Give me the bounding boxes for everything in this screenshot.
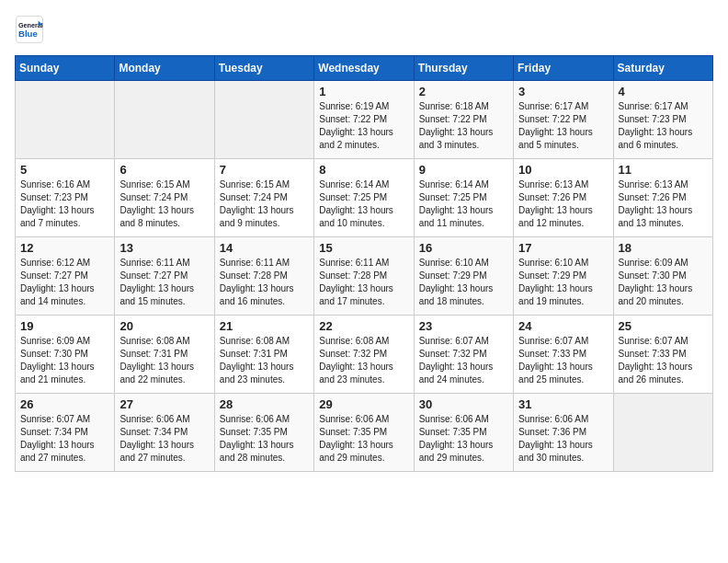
week-row-3: 12Sunrise: 6:12 AM Sunset: 7:27 PM Dayli… — [16, 237, 713, 316]
calendar-cell: 15Sunrise: 6:11 AM Sunset: 7:28 PM Dayli… — [314, 237, 414, 316]
calendar-cell: 3Sunrise: 6:17 AM Sunset: 7:22 PM Daylig… — [514, 81, 613, 159]
day-number: 25 — [619, 319, 708, 333]
day-number: 31 — [518, 397, 608, 411]
calendar-cell: 31Sunrise: 6:06 AM Sunset: 7:36 PM Dayli… — [514, 394, 613, 472]
calendar-cell: 14Sunrise: 6:11 AM Sunset: 7:28 PM Dayli… — [214, 237, 313, 316]
day-info: Sunrise: 6:10 AM Sunset: 7:29 PM Dayligh… — [419, 257, 508, 308]
day-info: Sunrise: 6:15 AM Sunset: 7:24 PM Dayligh… — [119, 178, 209, 230]
calendar-cell — [613, 394, 712, 472]
day-number: 27 — [119, 397, 209, 411]
day-number: 20 — [119, 319, 209, 333]
calendar-cell — [16, 81, 115, 159]
day-number: 4 — [619, 85, 708, 98]
header-saturday: Saturday — [613, 56, 712, 81]
calendar-cell: 25Sunrise: 6:07 AM Sunset: 7:33 PM Dayli… — [613, 316, 712, 394]
day-number: 12 — [20, 241, 109, 255]
day-info: Sunrise: 6:08 AM Sunset: 7:31 PM Dayligh… — [119, 335, 209, 386]
calendar-cell: 4Sunrise: 6:17 AM Sunset: 7:23 PM Daylig… — [613, 81, 712, 159]
calendar-cell: 12Sunrise: 6:12 AM Sunset: 7:27 PM Dayli… — [16, 237, 115, 316]
calendar-cell: 8Sunrise: 6:14 AM Sunset: 7:25 PM Daylig… — [314, 159, 414, 237]
logo-icon: General Blue — [15, 15, 44, 44]
day-number: 17 — [518, 241, 608, 255]
day-info: Sunrise: 6:18 AM Sunset: 7:22 PM Dayligh… — [419, 100, 508, 152]
day-info: Sunrise: 6:06 AM Sunset: 7:35 PM Dayligh… — [220, 413, 309, 465]
day-number: 16 — [419, 241, 508, 255]
calendar-cell: 30Sunrise: 6:06 AM Sunset: 7:35 PM Dayli… — [414, 394, 513, 472]
day-info: Sunrise: 6:07 AM Sunset: 7:32 PM Dayligh… — [419, 335, 508, 386]
header-friday: Friday — [514, 56, 613, 81]
day-number: 28 — [220, 397, 309, 411]
calendar-cell: 9Sunrise: 6:14 AM Sunset: 7:25 PM Daylig… — [414, 159, 513, 237]
calendar-cell: 27Sunrise: 6:06 AM Sunset: 7:34 PM Dayli… — [115, 394, 214, 472]
week-row-1: 1Sunrise: 6:19 AM Sunset: 7:22 PM Daylig… — [16, 81, 713, 159]
header-sunday: Sunday — [16, 56, 115, 81]
day-info: Sunrise: 6:07 AM Sunset: 7:33 PM Dayligh… — [619, 335, 708, 386]
calendar-cell: 2Sunrise: 6:18 AM Sunset: 7:22 PM Daylig… — [414, 81, 513, 159]
day-info: Sunrise: 6:17 AM Sunset: 7:23 PM Dayligh… — [619, 100, 708, 152]
calendar-cell: 6Sunrise: 6:15 AM Sunset: 7:24 PM Daylig… — [115, 159, 214, 237]
day-number: 8 — [319, 163, 408, 177]
day-number: 6 — [119, 163, 209, 177]
day-info: Sunrise: 6:14 AM Sunset: 7:25 PM Dayligh… — [419, 178, 508, 230]
header-tuesday: Tuesday — [214, 56, 313, 81]
calendar-cell: 28Sunrise: 6:06 AM Sunset: 7:35 PM Dayli… — [214, 394, 313, 472]
day-info: Sunrise: 6:11 AM Sunset: 7:28 PM Dayligh… — [220, 257, 309, 308]
week-row-2: 5Sunrise: 6:16 AM Sunset: 7:23 PM Daylig… — [16, 159, 713, 237]
day-info: Sunrise: 6:08 AM Sunset: 7:32 PM Dayligh… — [319, 335, 408, 386]
day-info: Sunrise: 6:07 AM Sunset: 7:34 PM Dayligh… — [20, 413, 109, 465]
day-info: Sunrise: 6:19 AM Sunset: 7:22 PM Dayligh… — [319, 100, 408, 152]
day-number: 18 — [619, 241, 708, 255]
logo: General Blue — [15, 15, 44, 44]
calendar-cell: 20Sunrise: 6:08 AM Sunset: 7:31 PM Dayli… — [115, 316, 214, 394]
day-number: 1 — [319, 85, 408, 98]
day-number: 14 — [220, 241, 309, 255]
calendar-cell: 21Sunrise: 6:08 AM Sunset: 7:31 PM Dayli… — [214, 316, 313, 394]
day-number: 29 — [319, 397, 408, 411]
day-number: 11 — [619, 163, 708, 177]
day-info: Sunrise: 6:14 AM Sunset: 7:25 PM Dayligh… — [319, 178, 408, 230]
calendar-cell: 16Sunrise: 6:10 AM Sunset: 7:29 PM Dayli… — [414, 237, 513, 316]
svg-text:Blue: Blue — [18, 29, 38, 39]
day-number: 10 — [518, 163, 608, 177]
calendar-table: SundayMondayTuesdayWednesdayThursdayFrid… — [15, 55, 713, 472]
day-number: 24 — [518, 319, 608, 333]
day-info: Sunrise: 6:11 AM Sunset: 7:28 PM Dayligh… — [319, 257, 408, 308]
week-row-5: 26Sunrise: 6:07 AM Sunset: 7:34 PM Dayli… — [16, 394, 713, 472]
day-number: 7 — [220, 163, 309, 177]
day-info: Sunrise: 6:06 AM Sunset: 7:35 PM Dayligh… — [319, 413, 408, 465]
calendar-cell: 1Sunrise: 6:19 AM Sunset: 7:22 PM Daylig… — [314, 81, 414, 159]
week-row-4: 19Sunrise: 6:09 AM Sunset: 7:30 PM Dayli… — [16, 316, 713, 394]
calendar-cell: 19Sunrise: 6:09 AM Sunset: 7:30 PM Dayli… — [16, 316, 115, 394]
day-number: 19 — [20, 319, 109, 333]
day-info: Sunrise: 6:10 AM Sunset: 7:29 PM Dayligh… — [518, 257, 608, 308]
day-number: 23 — [419, 319, 508, 333]
day-info: Sunrise: 6:08 AM Sunset: 7:31 PM Dayligh… — [220, 335, 309, 386]
calendar-cell: 17Sunrise: 6:10 AM Sunset: 7:29 PM Dayli… — [514, 237, 613, 316]
calendar-cell: 26Sunrise: 6:07 AM Sunset: 7:34 PM Dayli… — [16, 394, 115, 472]
calendar-cell: 11Sunrise: 6:13 AM Sunset: 7:26 PM Dayli… — [613, 159, 712, 237]
day-info: Sunrise: 6:15 AM Sunset: 7:24 PM Dayligh… — [220, 178, 309, 230]
day-info: Sunrise: 6:16 AM Sunset: 7:23 PM Dayligh… — [20, 178, 109, 230]
day-info: Sunrise: 6:09 AM Sunset: 7:30 PM Dayligh… — [20, 335, 109, 386]
calendar-cell: 29Sunrise: 6:06 AM Sunset: 7:35 PM Dayli… — [314, 394, 414, 472]
day-info: Sunrise: 6:07 AM Sunset: 7:33 PM Dayligh… — [518, 335, 608, 386]
calendar-cell: 7Sunrise: 6:15 AM Sunset: 7:24 PM Daylig… — [214, 159, 313, 237]
day-info: Sunrise: 6:09 AM Sunset: 7:30 PM Dayligh… — [619, 257, 708, 308]
day-number: 22 — [319, 319, 408, 333]
day-info: Sunrise: 6:13 AM Sunset: 7:26 PM Dayligh… — [619, 178, 708, 230]
calendar-cell: 18Sunrise: 6:09 AM Sunset: 7:30 PM Dayli… — [613, 237, 712, 316]
day-number: 2 — [419, 85, 508, 98]
day-number: 9 — [419, 163, 508, 177]
calendar-cell: 22Sunrise: 6:08 AM Sunset: 7:32 PM Dayli… — [314, 316, 414, 394]
calendar-cell: 5Sunrise: 6:16 AM Sunset: 7:23 PM Daylig… — [16, 159, 115, 237]
calendar-cell: 23Sunrise: 6:07 AM Sunset: 7:32 PM Dayli… — [414, 316, 513, 394]
day-number: 13 — [119, 241, 209, 255]
day-number: 30 — [419, 397, 508, 411]
day-number: 26 — [20, 397, 109, 411]
day-number: 5 — [20, 163, 109, 177]
page-header: General Blue — [15, 15, 713, 44]
day-number: 15 — [319, 241, 408, 255]
day-number: 21 — [220, 319, 309, 333]
calendar-cell — [214, 81, 313, 159]
calendar-cell: 13Sunrise: 6:11 AM Sunset: 7:27 PM Dayli… — [115, 237, 214, 316]
